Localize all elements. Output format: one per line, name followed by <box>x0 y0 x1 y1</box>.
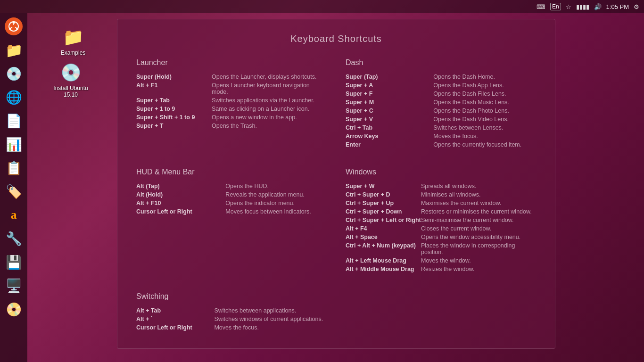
dash-section: Dash Super (Tap) Opens the Dash Home. Su… <box>346 58 536 149</box>
shortcut-desc: Opens the currently focused item. <box>433 140 536 149</box>
shortcut-row: Super + 1 to 9 Same as clicking on a Lau… <box>136 105 327 113</box>
shortcut-row: Super + W Spreads all windows. <box>346 182 536 190</box>
sidebar-item-install[interactable]: 💿 <box>2 62 25 85</box>
shortcut-key: Alt + F10 <box>136 199 225 207</box>
sidebar-item-ubuntu[interactable] <box>2 15 25 38</box>
shortcut-desc: Opens the Trash. <box>212 122 327 130</box>
shortcut-desc: Moves focus between indicators. <box>225 207 327 216</box>
shortcut-key: Super + V <box>346 115 433 123</box>
dash-section-title: Dash <box>346 58 536 67</box>
hud-section-title: HUD & Menu Bar <box>136 168 327 176</box>
shortcut-key: Alt + Tab <box>136 306 214 315</box>
shortcut-desc: Opens the Dash Photo Lens. <box>433 107 536 115</box>
install-ubuntu-label: Install Ubuntu 15.10 <box>52 85 90 98</box>
shortcut-key: Super + F <box>346 90 433 98</box>
calc-icon: 📊 <box>6 137 22 152</box>
language-indicator[interactable]: En <box>550 3 561 10</box>
shortcut-desc: Opens the Dash Files Lens. <box>433 90 536 98</box>
shortcut-desc: Switches applications via the Launcher. <box>212 96 327 105</box>
shortcut-desc: Opens the Launcher, displays shortcuts. <box>212 73 327 81</box>
shortcut-desc: Spreads all windows. <box>421 182 536 190</box>
shortcut-key: Ctrl + Super + Left or Right <box>346 216 421 224</box>
sidebar-item-settings[interactable]: 🔧 <box>2 227 25 250</box>
switching-table: Alt + Tab Switches between applications.… <box>136 306 327 332</box>
sidebar-item-disk1[interactable]: 💾 <box>2 251 25 273</box>
shortcut-row: Alt + ` Switches windows of current appl… <box>136 315 327 323</box>
shortcuts-grid: Launcher Super (Hold) Opens the Launcher… <box>136 58 536 337</box>
shortcut-row: Super + Tab Switches applications via th… <box>136 96 327 105</box>
shortcut-desc: Opens the Dash Music Lens. <box>433 98 536 107</box>
shortcut-key: Super + A <box>346 81 433 90</box>
shortcut-row: Super + A Opens the Dash App Lens. <box>346 81 536 90</box>
svg-point-2 <box>16 28 18 30</box>
sidebar-item-files[interactable]: 📁 <box>2 39 25 61</box>
desktop-icon-install[interactable]: 💿 Install Ubuntu 15.10 <box>52 61 90 98</box>
topbar: ⌨ En ☆ ▮▮▮▮ 🔊 1:05 PM ⚙ <box>0 0 644 13</box>
sidebar-item-firefox[interactable]: 🌐 <box>2 86 25 108</box>
shortcut-key: Ctrl + Super + Down <box>346 207 421 216</box>
shortcut-key: Cursor Left or Right <box>136 207 225 216</box>
shortcut-desc: Opens Launcher keyboard navigation mode. <box>212 81 327 96</box>
windows-section: Windows Super + W Spreads all windows. C… <box>346 168 536 273</box>
shortcut-key: Alt + F1 <box>136 81 212 96</box>
shortcut-key: Alt + Space <box>346 233 421 241</box>
svg-line-5 <box>15 27 17 28</box>
shortcut-key: Ctrl + Super + Up <box>346 199 421 207</box>
shortcut-desc: Opens the Dash App Lens. <box>433 81 536 90</box>
impress-icon: 📋 <box>6 160 22 176</box>
ubuntu-icon <box>5 17 23 35</box>
clock: 1:05 PM <box>606 3 629 10</box>
power-icon[interactable]: ⚙ <box>634 3 639 10</box>
bluetooth-icon: ☆ <box>566 3 571 10</box>
shortcut-key: Super + Shift + 1 to 9 <box>136 113 212 122</box>
install-icon: 💿 <box>6 66 22 82</box>
shortcut-row: Enter Opens the currently focused item. <box>346 140 536 149</box>
shortcut-row: Super + V Opens the Dash Video Lens. <box>346 115 536 123</box>
shortcut-key: Super + C <box>346 107 433 115</box>
sidebar-item-disk3[interactable]: 📀 <box>2 298 25 321</box>
shortcut-desc: Reveals the application menu. <box>225 190 327 199</box>
desktop-icon-examples[interactable]: 📁 Examples <box>54 26 92 56</box>
shortcut-row: Ctrl + Super + Left or Right Semi-maximi… <box>346 216 536 224</box>
shortcut-row: Alt + Left Mouse Drag Moves the window. <box>346 256 536 265</box>
shortcut-key: Super + T <box>136 122 212 130</box>
windows-section-title: Windows <box>346 168 536 176</box>
shortcut-key: Ctrl + Alt + Num (keypad) <box>346 241 421 256</box>
sidebar-item-writer[interactable]: 📄 <box>2 109 25 132</box>
shortcut-row: Super + C Opens the Dash Photo Lens. <box>346 107 536 115</box>
hud-section: HUD & Menu Bar Alt (Tap) Opens the HUD. … <box>136 168 327 273</box>
sidebar-item-software-center[interactable]: 🏷️ <box>2 180 25 203</box>
examples-folder-icon: 📁 <box>62 26 84 49</box>
shortcut-key: Alt + Middle Mouse Drag <box>346 265 421 273</box>
shortcut-desc: Switches between Lenses. <box>433 123 536 132</box>
shortcut-desc: Resizes the window. <box>421 265 536 273</box>
software-center-icon: 🏷️ <box>6 184 22 199</box>
shortcut-row: Alt (Hold) Reveals the application menu. <box>136 190 327 199</box>
sidebar-item-amazon[interactable]: a <box>2 204 25 226</box>
launcher-table: Super (Hold) Opens the Launcher, display… <box>136 73 327 130</box>
sidebar-item-calc[interactable]: 📊 <box>2 133 25 156</box>
shortcut-desc: Opens the window accessibility menu. <box>421 233 536 241</box>
sidebar: 📁 💿 🌐 📄 📊 📋 🏷️ a 🔧 💾 🖥️ 📀 <box>0 13 27 362</box>
shortcut-row: Super + Shift + 1 to 9 Opens a new windo… <box>136 113 327 122</box>
shortcut-key: Super (Tap) <box>346 73 433 81</box>
shortcut-row: Super (Hold) Opens the Launcher, display… <box>136 73 327 81</box>
shortcut-row: Super (Tap) Opens the Dash Home. <box>346 73 536 81</box>
launcher-section: Launcher Super (Hold) Opens the Launcher… <box>136 58 327 149</box>
shortcuts-panel: Keyboard Shortcuts Launcher Super (Hold)… <box>117 19 555 349</box>
shortcut-row: Alt + Tab Switches between applications. <box>136 306 327 315</box>
shortcut-row: Alt + F4 Closes the current window. <box>346 224 536 233</box>
shortcut-desc: Opens the Dash Video Lens. <box>433 115 536 123</box>
shortcut-row: Super + F Opens the Dash Files Lens. <box>346 90 536 98</box>
switching-section: Switching Alt + Tab Switches between app… <box>136 292 327 332</box>
shortcut-row: Super + T Opens the Trash. <box>136 122 327 130</box>
shortcut-key: Alt + ` <box>136 315 214 323</box>
shortcut-row: Arrow Keys Moves the focus. <box>346 132 536 140</box>
sidebar-item-disk2[interactable]: 🖥️ <box>2 274 25 297</box>
dash-table: Super (Tap) Opens the Dash Home. Super +… <box>346 73 536 149</box>
sidebar-item-impress[interactable]: 📋 <box>2 156 25 179</box>
shortcut-row: Alt + F10 Opens the indicator menu. <box>136 199 327 207</box>
keyboard-icon: ⌨ <box>537 3 545 10</box>
shortcut-key: Ctrl + Super + D <box>346 190 421 199</box>
disk2-icon: 🖥️ <box>6 278 22 294</box>
